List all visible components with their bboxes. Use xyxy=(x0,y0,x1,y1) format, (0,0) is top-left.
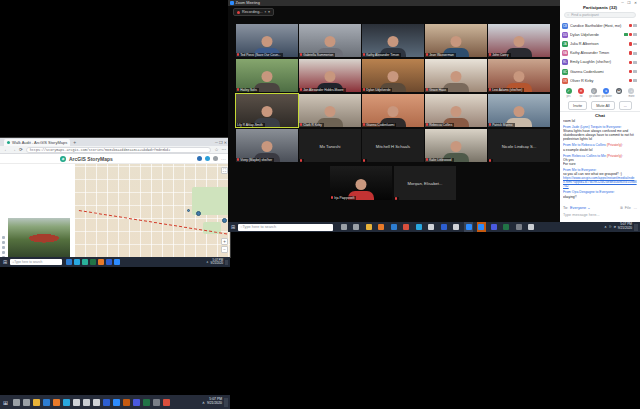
taskbar-app-icon[interactable] xyxy=(66,259,72,265)
browser-menu-icon[interactable]: ⋯ xyxy=(222,147,227,152)
taskbar-app-icon[interactable] xyxy=(502,222,511,232)
invite-button[interactable]: Invite xyxy=(568,101,587,110)
taskbar-app-icon[interactable] xyxy=(377,222,386,232)
participant-row[interactable]: OKOliver R Kirby xyxy=(562,76,638,85)
forward-icon[interactable]: → xyxy=(12,147,17,152)
taskbar-app-icon[interactable] xyxy=(33,399,40,406)
participant-row[interactable]: DUDylan Udjelverde xyxy=(562,30,638,39)
taskbar-app-icon[interactable] xyxy=(90,259,96,265)
recipient-dropdown[interactable]: Everyone ⌄ xyxy=(570,205,590,210)
system-tray[interactable]: ∧ 5:07 PM9/21/2020 xyxy=(206,259,230,265)
taskbar-app-icon[interactable] xyxy=(439,222,448,232)
video-tile[interactable]: Mx Tanoshi xyxy=(299,129,361,162)
taskbar-app-icon[interactable] xyxy=(106,259,112,265)
taskbar-app-icon[interactable] xyxy=(82,259,88,265)
taskbar-app-icon[interactable] xyxy=(113,399,120,406)
feedback-button[interactable]: +more xyxy=(627,88,636,98)
taskbar-search-input[interactable]: ○ Type here to search xyxy=(10,259,62,266)
recording-indicator[interactable]: Recording... ⏸ ⏹ xyxy=(233,8,274,16)
map-expand-icon[interactable]: ⛶ xyxy=(221,167,228,174)
participant-search-input[interactable]: ○ Find a participant xyxy=(564,12,636,18)
video-tile[interactable]: Clark R Kirby xyxy=(299,94,361,127)
video-tile[interactable]: Vivey (Maybe) she/her xyxy=(236,129,298,162)
chat-more-icon[interactable]: ... xyxy=(634,206,637,210)
file-button[interactable]: 🗎 File xyxy=(620,206,631,210)
start-button[interactable]: ⊞ xyxy=(0,399,11,406)
map-stop-marker[interactable] xyxy=(222,218,227,223)
taskbar-search-input[interactable]: ○ Type here to search xyxy=(238,224,333,231)
video-tile[interactable]: Mitchell H Schaals xyxy=(362,129,424,162)
taskbar-app-icon[interactable] xyxy=(123,399,130,406)
taskbar-app-icon[interactable] xyxy=(402,222,411,232)
mute-all-button[interactable]: Mute All xyxy=(591,101,615,110)
taskbar-app-icon[interactable] xyxy=(114,259,120,265)
notification-icon[interactable] xyxy=(225,260,228,265)
taskbar-app-icon[interactable] xyxy=(13,399,20,406)
video-tile[interactable]: Gabriella Summerton xyxy=(299,24,361,57)
refresh-icon[interactable]: ⟳ xyxy=(19,147,23,152)
taskbar-app-icon[interactable] xyxy=(527,222,536,232)
back-icon[interactable]: ← xyxy=(4,147,9,152)
chat-message-input[interactable]: Type message here... xyxy=(563,213,637,217)
taskbar-app-icon[interactable] xyxy=(389,222,398,232)
video-tile[interactable]: Nicole Lindsay S... xyxy=(488,129,550,162)
participant-row[interactable]: CBCandice Bartholder (Host, me) xyxy=(562,21,638,30)
participant-row[interactable]: JAJulia R Albertson xyxy=(562,39,638,48)
map-stop-marker[interactable] xyxy=(196,211,201,216)
story-nav-dots[interactable] xyxy=(2,236,5,259)
taskbar-app-icon[interactable] xyxy=(103,399,110,406)
taskbar-app-icon[interactable] xyxy=(143,399,150,406)
taskbar-app-icon[interactable] xyxy=(339,222,348,232)
zoom-title-bar[interactable]: Zoom Meeting xyxy=(228,0,560,6)
map-zoom-out-button[interactable]: − xyxy=(221,246,228,253)
feedback-button[interactable]: ☕ xyxy=(614,88,623,98)
participant-row[interactable]: ELEmily Laughlin (she/her) xyxy=(562,58,638,67)
feedback-button[interactable]: ✕no xyxy=(577,88,586,98)
participants-more-button[interactable]: ... xyxy=(619,101,632,110)
volume-icon[interactable]: 🕪 xyxy=(614,225,616,229)
pause-recording-icon[interactable]: ⏸ xyxy=(264,10,266,14)
taskbar-app-icon[interactable] xyxy=(83,399,90,406)
notification-icon[interactable] xyxy=(634,224,638,231)
video-tile[interactable]: Morgan, Elisabet... xyxy=(394,166,456,200)
taskbar-app-icon[interactable] xyxy=(464,222,473,232)
map-zoom-in-button[interactable]: + xyxy=(221,238,228,245)
video-tile[interactable]: Irja Piapposelt xyxy=(330,166,392,200)
story-photo[interactable] xyxy=(8,218,70,257)
video-tile[interactable]: Lily R Ahlay-Smith xyxy=(236,94,298,127)
taskbar-app-icon[interactable] xyxy=(427,222,436,232)
new-tab-button[interactable]: + xyxy=(73,139,76,145)
start-button[interactable]: ⊞ xyxy=(228,224,238,230)
social-icons[interactable] xyxy=(194,156,218,161)
url-field[interactable]: https://storymaps.arcgis.com/stories/560… xyxy=(26,147,212,153)
video-tile[interactable]: Rebecca Collins xyxy=(425,94,487,127)
video-tile[interactable]: Grace Haas xyxy=(425,59,487,92)
video-tile[interactable]: Lexi Adams (she/her) xyxy=(488,59,550,92)
taskbar-app-icon[interactable] xyxy=(93,399,100,406)
video-tile[interactable]: Kalie Littlewood xyxy=(425,129,487,162)
stop-recording-icon[interactable]: ⏹ xyxy=(268,10,270,14)
taskbar-app-icon[interactable] xyxy=(477,222,486,232)
video-tile[interactable]: Jan Alexander Hobbs-Moore xyxy=(299,59,361,92)
taskbar-app-icon[interactable] xyxy=(489,222,498,232)
system-tray[interactable]: ∧ ⚐ 🕪 5:07 PM9/21/2020 xyxy=(604,223,640,230)
link-icon[interactable] xyxy=(213,156,218,161)
taskbar-app-icon[interactable] xyxy=(364,222,373,232)
chat-message-link[interactable]: https://www.arcgis.com/apps/instant/medi… xyxy=(563,176,637,188)
video-tile[interactable]: Kathy Alexander Timon xyxy=(362,24,424,57)
network-icon[interactable]: ⚐ xyxy=(609,225,612,229)
taskbar-app-icon[interactable] xyxy=(514,222,523,232)
map-stop-marker[interactable] xyxy=(187,209,190,212)
taskbar-app-icon[interactable] xyxy=(43,399,50,406)
taskbar-app-icon[interactable] xyxy=(153,399,160,406)
video-tile[interactable]: Dylan Udjelverde xyxy=(362,59,424,92)
taskbar-app-icon[interactable] xyxy=(133,399,140,406)
taskbar-app-icon[interactable] xyxy=(73,399,80,406)
video-tile[interactable]: Patrick Marino xyxy=(488,94,550,127)
browser-tab[interactable]: Walk Audit - ArcGIS StoryMaps xyxy=(4,139,70,146)
taskbar-app-icon[interactable] xyxy=(452,222,461,232)
taskbar-app-icon[interactable] xyxy=(352,222,361,232)
participant-row[interactable]: GCGianna Codenluomi xyxy=(562,67,638,76)
start-button[interactable]: ⊞ xyxy=(0,259,10,265)
taskbar-app-icon[interactable] xyxy=(63,399,70,406)
